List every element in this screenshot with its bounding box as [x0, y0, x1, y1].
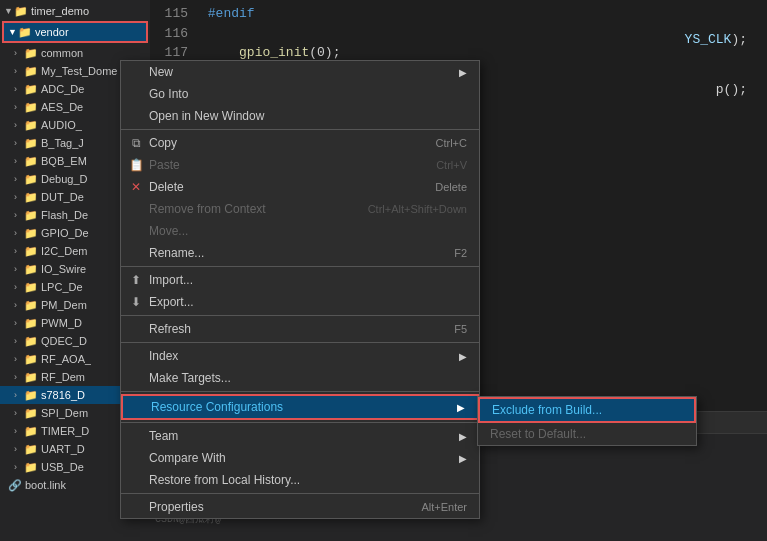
submenu-item-exclude-from-build[interactable]: Exclude from Build... — [478, 397, 696, 423]
arrow-icon: › — [14, 426, 24, 436]
code-content: #endif — [208, 6, 255, 21]
arrow-icon: › — [14, 300, 24, 310]
item-label: I2C_Dem — [41, 245, 87, 257]
menu-item-make-targets[interactable]: Make Targets... — [121, 367, 479, 389]
item-label: B_Tag_J — [41, 137, 84, 149]
arrow-icon: › — [14, 138, 24, 148]
shortcut-label: Alt+Enter — [421, 501, 467, 513]
menu-item-label: Team — [149, 429, 178, 443]
menu-item-delete[interactable]: ✕ Delete Delete — [121, 176, 479, 198]
arrow-icon: › — [14, 372, 24, 382]
item-label: My_Test_Dome — [41, 65, 117, 77]
arrow-icon: › — [14, 318, 24, 328]
folder-icon: 📁 — [24, 353, 38, 366]
code-line: 116 — [158, 24, 759, 44]
separator — [121, 493, 479, 494]
menu-item-export[interactable]: ⬇ Export... — [121, 291, 479, 313]
arrow-icon: ▼ — [4, 6, 14, 16]
line-number: 116 — [158, 24, 188, 44]
arrow-icon: › — [14, 264, 24, 274]
vendor-row-highlight: ▼ 📁 vendor — [2, 21, 148, 43]
menu-item-remove-context[interactable]: Remove from Context Ctrl+Alt+Shift+Down — [121, 198, 479, 220]
folder-icon: 📁 — [24, 281, 38, 294]
item-label: vendor — [35, 26, 69, 38]
arrow-icon: › — [14, 156, 24, 166]
menu-item-label: Index — [149, 349, 178, 363]
line-number: 115 — [158, 4, 188, 24]
menu-item-label: Go Into — [149, 87, 188, 101]
item-label: PM_Dem — [41, 299, 87, 311]
submenu-item-reset-to-default[interactable]: Reset to Default... — [478, 423, 696, 445]
arrow-icon: › — [14, 462, 24, 472]
menu-item-resource-configurations[interactable]: Resource Configurations ▶ Exclude from B… — [121, 394, 479, 420]
item-label: BQB_EM — [41, 155, 87, 167]
folder-icon: 📁 — [24, 137, 38, 150]
arrow-icon: › — [14, 84, 24, 94]
menu-item-open-new-window[interactable]: Open in New Window — [121, 105, 479, 127]
folder-icon: 📁 — [24, 227, 38, 240]
folder-icon: 📁 — [24, 83, 38, 96]
submenu-item-label: Exclude from Build... — [492, 403, 602, 417]
arrow-icon: › — [14, 174, 24, 184]
menu-item-import[interactable]: ⬆ Import... — [121, 269, 479, 291]
menu-item-new[interactable]: New ▶ — [121, 61, 479, 83]
folder-icon: 📁 — [18, 26, 32, 39]
submenu-arrow-icon: ▶ — [459, 351, 467, 362]
file-tree-item[interactable]: ▼ 📁 timer_demo — [0, 2, 150, 20]
menu-item-label: New — [149, 65, 173, 79]
separator — [121, 391, 479, 392]
menu-item-compare-with[interactable]: Compare With ▶ — [121, 447, 479, 469]
vendor-item[interactable]: ▼ 📁 vendor — [4, 23, 146, 41]
menu-item-go-into[interactable]: Go Into — [121, 83, 479, 105]
menu-item-team[interactable]: Team ▶ — [121, 425, 479, 447]
shortcut-label: F5 — [454, 323, 467, 335]
menu-item-label: Import... — [149, 273, 193, 287]
delete-icon: ✕ — [127, 180, 145, 194]
menu-item-properties[interactable]: Properties Alt+Enter — [121, 496, 479, 518]
item-label: Flash_De — [41, 209, 88, 221]
submenu-arrow-icon: ▶ — [459, 67, 467, 78]
menu-item-move[interactable]: Move... — [121, 220, 479, 242]
menu-item-label: Properties — [149, 500, 204, 514]
item-label: boot.link — [25, 479, 66, 491]
shortcut-label: F2 — [454, 247, 467, 259]
file-icon: 🔗 — [8, 479, 22, 492]
item-label: TIMER_D — [41, 425, 89, 437]
menu-item-label: Open in New Window — [149, 109, 264, 123]
submenu-arrow-icon: ▶ — [457, 402, 465, 413]
arrow-icon: › — [14, 246, 24, 256]
menu-item-paste[interactable]: 📋 Paste Ctrl+V — [121, 154, 479, 176]
folder-icon: 📁 — [24, 425, 38, 438]
menu-item-label: Resource Configurations — [151, 400, 283, 414]
item-label: UART_D — [41, 443, 85, 455]
item-label: SPI_Dem — [41, 407, 88, 419]
menu-item-label: Rename... — [149, 246, 204, 260]
menu-item-index[interactable]: Index ▶ — [121, 345, 479, 367]
menu-item-label: Make Targets... — [149, 371, 231, 385]
menu-item-rename[interactable]: Rename... F2 — [121, 242, 479, 264]
folder-icon: 📁 — [24, 155, 38, 168]
item-label: ADC_De — [41, 83, 84, 95]
menu-item-label: Paste — [149, 158, 180, 172]
code-snippet: YS_CLK); — [685, 30, 747, 50]
menu-item-label: Compare With — [149, 451, 226, 465]
item-label: DUT_De — [41, 191, 84, 203]
export-icon: ⬇ — [127, 295, 145, 309]
menu-item-label: Delete — [149, 180, 184, 194]
menu-item-label: Remove from Context — [149, 202, 266, 216]
item-label: AES_De — [41, 101, 83, 113]
folder-icon: 📁 — [24, 65, 38, 78]
folder-icon: 📁 — [24, 335, 38, 348]
arrow-icon: › — [14, 102, 24, 112]
arrow-icon: › — [14, 210, 24, 220]
shortcut-label: Ctrl+Alt+Shift+Down — [368, 203, 467, 215]
context-menu: New ▶ Go Into Open in New Window ⧉ Copy … — [120, 60, 480, 519]
menu-item-refresh[interactable]: Refresh F5 — [121, 318, 479, 340]
menu-item-copy[interactable]: ⧉ Copy Ctrl+C — [121, 132, 479, 154]
code-line: 115 #endif — [158, 4, 759, 24]
menu-item-label: Copy — [149, 136, 177, 150]
item-label: AUDIO_ — [41, 119, 82, 131]
folder-icon: 📁 — [24, 191, 38, 204]
folder-icon: 📁 — [24, 443, 38, 456]
menu-item-restore-local-history[interactable]: Restore from Local History... — [121, 469, 479, 491]
